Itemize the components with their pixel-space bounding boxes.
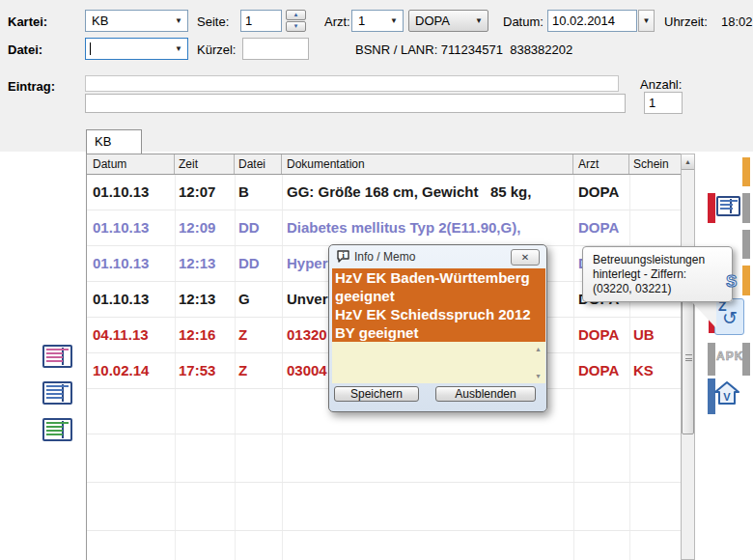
cell-datum: 04.11.13 [87,318,175,352]
column-header-zeit[interactable]: Zeit [175,154,235,174]
cell-datum: 10.02.14 [87,353,175,388]
chevron-down-icon[interactable]: ▼ [175,11,182,31]
cell-datei: Z [235,353,282,388]
datum-input[interactable] [547,10,637,32]
eintrag-input-1[interactable] [85,75,619,92]
seite-label: Seite: [197,14,229,29]
spinner-up-icon[interactable]: ▲ [286,10,306,20]
kartei-card-pink-icon[interactable] [42,345,72,368]
table-scrollbar[interactable]: ▲ [681,154,695,560]
memo-note-input[interactable]: ▲ ▼ [332,342,545,383]
marker-bar-orange [742,157,750,186]
scrollbar-thumb[interactable] [682,280,694,434]
cell-zeit: 12:09 [175,210,235,245]
cell-datei: B [235,175,282,210]
row-divider [87,482,682,483]
cell-datei: DD [235,246,282,281]
kuerzel-label: Kürzel: [197,42,236,57]
scrollbar-grip [685,354,692,361]
cell-zeit: 12:07 [175,175,235,210]
table-row[interactable]: 01.10.13 12:07 B GG: Größe 168 cm, Gewic… [87,175,682,210]
column-header-schein[interactable]: Schein [629,154,682,174]
cell-schein [629,175,682,210]
row-divider [87,530,682,531]
apk-icon[interactable]: APK [716,350,743,363]
arzt-label: Arzt: [324,14,350,29]
ziffern-refresh-icon[interactable]: Z ↺ [714,298,744,335]
cell-datum: 01.10.13 [87,175,175,210]
eintrag-label: Eintrag: [8,79,55,94]
spinner-down-icon[interactable]: ▼ [286,21,306,32]
kartei-label: Kartei: [8,14,47,29]
marker-bar-gray [708,343,715,376]
kartei-card-icon[interactable] [716,196,740,216]
datei-select[interactable]: ▼ [85,38,188,60]
datum-dropdown-button[interactable]: ▼ [638,10,655,32]
marker-bar-red [708,193,715,223]
cell-dokumentation: Diabetes mellitus Typ 2(E11.90,G), [282,210,573,245]
cell-datum: 01.10.13 [87,246,175,281]
arzt-select[interactable]: 1 ▼ [351,10,404,32]
cell-zeit: 12:13 [175,246,235,281]
kuerzel-input[interactable] [242,38,309,60]
column-header-arzt[interactable]: Arzt [573,154,629,174]
kartei-card-blue-icon[interactable] [42,381,72,405]
chevron-down-icon[interactable]: ▼ [175,39,182,59]
cell-datum: 01.10.13 [87,210,175,245]
datei-label: Datei: [8,42,42,57]
arzt-kuerzel-value: DOPA [415,14,450,28]
scroll-up-icon[interactable]: ▲ [682,154,694,170]
cell-arzt: DOPA [573,318,629,352]
cell-schein: KS [629,353,682,388]
uhrzeit-value: 18:02 [721,14,753,29]
cell-zeit: 12:16 [175,318,235,352]
chevron-down-icon[interactable]: ▼ [390,11,398,31]
cell-datei: Z [235,318,282,352]
tab-kb[interactable]: KB [86,129,142,154]
cell-schein [629,210,682,245]
close-icon[interactable]: ✕ [511,249,540,266]
row-divider [87,434,682,434]
cell-arzt: DOPA [573,175,629,210]
arzt-kuerzel-select[interactable]: DOPA ▼ [408,10,488,32]
chevron-down-icon[interactable]: ▼ [475,11,483,31]
anzahl-input[interactable] [644,92,683,114]
eintrag-input-2[interactable] [85,94,626,113]
svg-text:V: V [723,391,731,403]
speichern-button[interactable]: Speichern [334,386,419,402]
table-row[interactable]: 01.10.13 12:09 DD Diabetes mellitus Typ … [87,210,682,246]
datum-label: Datum: [503,14,544,29]
cell-datei: G [235,282,282,317]
cell-schein: UB [629,318,682,352]
scroll-up-icon[interactable]: ▲ [533,344,544,354]
marker-bar-gray [742,343,750,376]
table-header: Datum Zeit Datei Dokumentation Arzt Sche… [87,154,682,175]
kartei-card-green-icon[interactable] [42,418,72,441]
kartei-screen: Kartei: KB ▼ Seite: ▲ ▼ Arzt: 1 ▼ DOPA ▼… [0,0,753,560]
kartei-select[interactable]: KB ▼ [85,10,188,32]
kartei-select-value: KB [92,14,108,28]
betreuungsleistungen-tooltip: Betreuungsleistungen hinterlegt - Ziffer… [582,246,733,302]
marker-bar-orange [742,266,750,295]
marker-bar-gray [742,230,750,259]
anzahl-label: Anzahl: [640,77,682,92]
bsnr-lanr-text: BSNR / LANR: 711234571 838382202 [355,42,572,57]
column-header-datum[interactable]: Datum [87,154,175,174]
cell-dokumentation: GG: Größe 168 cm, Gewicht 85 kg, [282,175,573,210]
scroll-down-icon[interactable]: ▼ [533,371,544,381]
ausblenden-button[interactable]: Ausblenden [435,386,536,402]
seite-input[interactable] [240,10,282,32]
uhrzeit-label: Uhrzeit: [664,14,708,29]
s-badge-icon[interactable]: S [726,272,737,292]
seite-spinner[interactable]: ▲ ▼ [286,10,306,32]
hzv-home-icon[interactable]: V [713,379,740,410]
info-memo-window: i Info / Memo ✕ HzV EK Baden-Württemberg… [328,244,547,412]
cell-datum: 01.10.13 [87,282,175,317]
memo-message: HzV EK Baden-Württemberg geeignet HzV EK… [332,268,545,342]
text-caret [90,42,91,55]
cell-zeit: 12:13 [175,282,235,317]
column-header-dokumentation[interactable]: Dokumentation [282,154,573,174]
arzt-select-value: 1 [358,14,365,28]
column-header-datei[interactable]: Datei [235,154,282,174]
cell-arzt: DOPA [573,353,629,388]
